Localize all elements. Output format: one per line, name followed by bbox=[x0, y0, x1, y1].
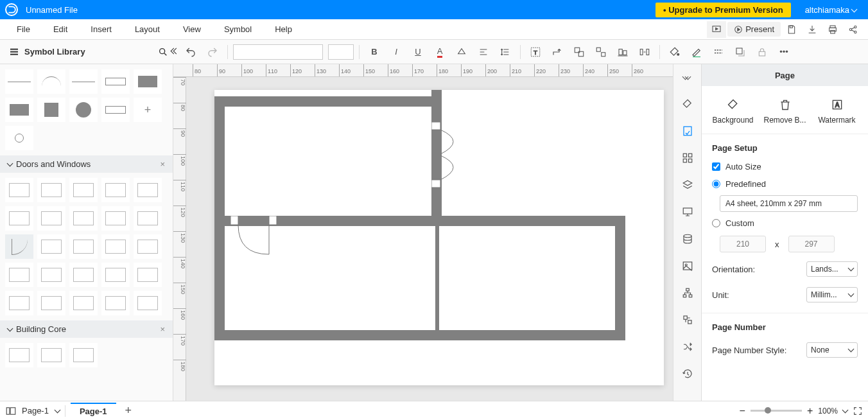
shape-door-17[interactable] bbox=[69, 291, 98, 315]
search-icon[interactable] bbox=[158, 47, 168, 57]
align-objects-icon[interactable] bbox=[613, 43, 632, 61]
custom-radio[interactable] bbox=[712, 219, 720, 227]
shape-rect-outline-2[interactable] bbox=[101, 98, 130, 122]
shape-line-2[interactable] bbox=[69, 69, 98, 94]
door-symbol-1[interactable] bbox=[431, 122, 470, 193]
menu-file[interactable]: File bbox=[5, 21, 42, 38]
connector-icon[interactable] bbox=[548, 43, 567, 61]
shape-circle-sm[interactable] bbox=[5, 126, 33, 150]
page-surface[interactable] bbox=[214, 90, 664, 385]
menu-symbol[interactable]: Symbol bbox=[213, 21, 263, 38]
shape-door-18[interactable] bbox=[101, 291, 130, 315]
zoom-slider[interactable] bbox=[751, 410, 802, 412]
menu-view[interactable]: View bbox=[171, 21, 213, 38]
shape-door-swing[interactable] bbox=[5, 234, 33, 259]
shape-cross[interactable] bbox=[134, 98, 162, 122]
shape-door-11[interactable] bbox=[37, 263, 65, 287]
sitemap-icon[interactable] bbox=[679, 284, 697, 302]
section-building-core[interactable]: Building Core × bbox=[0, 320, 173, 338]
expand-right-icon[interactable] bbox=[679, 68, 697, 86]
close-icon[interactable]: × bbox=[160, 324, 165, 334]
menu-help[interactable]: Help bbox=[263, 21, 304, 38]
predefined-size-select[interactable]: A4 sheet, 210mm x 297 mm bbox=[720, 195, 858, 212]
ungroup-icon[interactable] bbox=[591, 43, 611, 61]
share-icon[interactable] bbox=[844, 21, 863, 38]
shadow-icon[interactable] bbox=[731, 43, 750, 61]
page-selector[interactable]: Page-1 bbox=[22, 406, 60, 416]
shape-arc[interactable] bbox=[37, 69, 65, 94]
orientation-select[interactable]: Lands... bbox=[806, 261, 858, 277]
line-spacing-icon[interactable] bbox=[496, 43, 515, 61]
shape-door-5[interactable] bbox=[134, 206, 162, 231]
custom-width-input[interactable] bbox=[720, 236, 766, 252]
shape-window-2[interactable] bbox=[37, 178, 65, 202]
save-icon[interactable] bbox=[782, 21, 801, 38]
layers-icon[interactable] bbox=[679, 176, 697, 194]
shape-door-15[interactable] bbox=[5, 291, 33, 315]
page-tab-1[interactable]: Page-1 bbox=[71, 403, 116, 419]
shape-core-1[interactable] bbox=[5, 343, 33, 367]
shape-core-2[interactable] bbox=[37, 343, 65, 367]
undo-icon[interactable] bbox=[181, 43, 200, 61]
highlight-icon[interactable] bbox=[452, 43, 471, 61]
remove-bg-action[interactable]: Remove B... bbox=[760, 98, 810, 125]
slideshow-icon[interactable] bbox=[707, 21, 726, 38]
group-icon[interactable] bbox=[569, 43, 589, 61]
font-color-icon[interactable]: A bbox=[430, 43, 449, 61]
file-name[interactable]: Unnamed File bbox=[26, 5, 78, 15]
upgrade-button[interactable]: • Upgrade to Premium Version bbox=[655, 3, 791, 17]
print-icon[interactable] bbox=[823, 21, 842, 38]
collapse-left-icon[interactable] bbox=[173, 47, 178, 57]
shape-door-6[interactable] bbox=[37, 234, 65, 259]
shape-rect-fill[interactable] bbox=[134, 69, 162, 94]
shape-door-4[interactable] bbox=[101, 206, 130, 231]
zoom-value[interactable]: 100% bbox=[818, 407, 838, 416]
section-doors-windows[interactable]: Doors and Windows × bbox=[0, 155, 173, 173]
shape-window-3[interactable] bbox=[69, 178, 98, 202]
shape-door-19[interactable] bbox=[134, 291, 162, 315]
line-color-icon[interactable] bbox=[687, 43, 706, 61]
shape-rect-fill-2[interactable] bbox=[5, 98, 33, 122]
shape-door-16[interactable] bbox=[37, 291, 65, 315]
auto-size-checkbox[interactable] bbox=[712, 162, 720, 171]
shape-door-13[interactable] bbox=[101, 263, 130, 287]
bold-icon[interactable]: B bbox=[365, 43, 384, 61]
predefined-radio[interactable] bbox=[712, 180, 720, 188]
font-size-input[interactable] bbox=[328, 44, 354, 60]
download-icon[interactable] bbox=[803, 21, 822, 38]
grid-icon[interactable] bbox=[679, 149, 697, 167]
shape-door-14[interactable] bbox=[134, 263, 162, 287]
outline-icon[interactable] bbox=[5, 405, 17, 417]
shuffle-icon[interactable] bbox=[679, 338, 697, 356]
underline-icon[interactable]: U bbox=[408, 43, 428, 61]
shape-door-2[interactable] bbox=[37, 206, 65, 231]
user-menu[interactable]: altchiamaka bbox=[799, 5, 863, 15]
unit-select[interactable]: Millim... bbox=[806, 287, 858, 302]
lock-icon[interactable] bbox=[752, 43, 772, 61]
background-action[interactable]: Background bbox=[708, 98, 758, 125]
more-icon[interactable]: ••• bbox=[774, 43, 794, 61]
distribute-icon[interactable] bbox=[635, 43, 654, 61]
image-icon[interactable] bbox=[679, 257, 697, 275]
shape-door-8[interactable] bbox=[101, 234, 130, 259]
shape-door-9[interactable] bbox=[134, 234, 162, 259]
zoom-in-icon[interactable]: + bbox=[807, 405, 813, 417]
custom-height-input[interactable] bbox=[788, 236, 835, 252]
shape-rect-outline[interactable] bbox=[101, 69, 130, 94]
shape-line[interactable] bbox=[5, 69, 33, 94]
fullscreen-icon[interactable] bbox=[853, 406, 863, 416]
page-number-style-select[interactable]: None bbox=[806, 342, 858, 358]
watermark-action[interactable]: A Watermark bbox=[812, 98, 862, 125]
close-icon[interactable]: × bbox=[160, 159, 165, 169]
history-icon[interactable] bbox=[679, 365, 697, 383]
shape-core-3[interactable] bbox=[69, 343, 98, 367]
org-icon[interactable] bbox=[679, 311, 697, 329]
shape-circle-fill[interactable] bbox=[69, 98, 98, 122]
database-icon[interactable] bbox=[679, 230, 697, 248]
shape-door-10[interactable] bbox=[5, 263, 33, 287]
shape-window-5[interactable] bbox=[134, 178, 162, 202]
present-button[interactable]: Present bbox=[727, 22, 781, 37]
shape-square-fill[interactable] bbox=[37, 98, 65, 122]
shape-door-3[interactable] bbox=[69, 206, 98, 231]
page-settings-icon[interactable] bbox=[679, 122, 697, 140]
